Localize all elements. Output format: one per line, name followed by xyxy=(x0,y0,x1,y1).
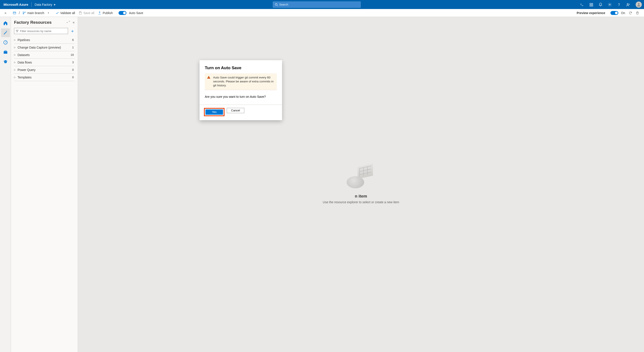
global-search-input[interactable] xyxy=(279,3,359,6)
tree-label: Power Query xyxy=(18,68,36,72)
toggle-on-icon[interactable] xyxy=(118,11,126,15)
chevron-right-icon: ▷ xyxy=(14,54,16,56)
topbar-icons xyxy=(578,0,642,9)
yes-button-highlight: Yes xyxy=(204,108,224,116)
preview-experience-toggle[interactable]: Preview experience On xyxy=(575,11,627,15)
autosave-label: Auto Save xyxy=(129,11,143,15)
tree-label: Templates xyxy=(18,76,32,79)
feedback-icon[interactable] xyxy=(624,0,632,9)
trash-icon xyxy=(636,11,639,15)
branch-label: main branch xyxy=(27,11,44,15)
chevron-down-icon: ▾ xyxy=(48,12,49,14)
autosave-toggle[interactable]: Auto Save xyxy=(117,11,145,15)
settings-icon[interactable] xyxy=(605,0,614,9)
tree-count: 6 xyxy=(72,38,75,42)
brand-label[interactable]: Microsoft Azure xyxy=(4,3,32,6)
global-search[interactable] xyxy=(273,2,361,8)
empty-title: n item xyxy=(355,194,367,198)
dialog-footer: Yes Cancel xyxy=(200,105,282,120)
factory-resources-panel: Factory Resources ⌄⌃ « ＋ ▷Pipelines 6 ▷C… xyxy=(11,17,78,352)
svg-rect-5 xyxy=(592,5,593,6)
svg-rect-3 xyxy=(592,3,593,5)
rail-manage[interactable] xyxy=(1,48,10,57)
tree-label: Data flows xyxy=(18,61,32,64)
filter-icon xyxy=(16,30,19,33)
validate-all-label: Validate all xyxy=(60,11,75,15)
refresh-icon xyxy=(629,11,632,15)
refresh-button[interactable] xyxy=(627,11,634,15)
svg-rect-4 xyxy=(590,5,591,6)
notifications-icon[interactable] xyxy=(596,0,605,9)
svg-point-11 xyxy=(23,12,24,12)
breadcrumb-service[interactable]: Data Factory xyxy=(35,3,52,6)
toolbox-icon xyxy=(3,50,8,55)
rail-author[interactable] xyxy=(1,28,10,37)
dialog-warning-text: Auto Save could trigger git commit every… xyxy=(213,76,274,87)
dialog-warning: Auto Save could trigger git commit every… xyxy=(205,73,277,90)
tree-count: 19 xyxy=(71,53,75,57)
chevron-right-icon: ▷ xyxy=(14,61,16,64)
publish-button[interactable]: Publish xyxy=(96,11,114,15)
empty-state: n item Use the resource explorer to sele… xyxy=(323,165,399,204)
repo-icon xyxy=(13,11,16,15)
branch-selector[interactable]: main branch ▾ xyxy=(21,11,50,15)
directories-icon[interactable] xyxy=(587,0,596,9)
save-icon xyxy=(78,11,82,15)
tree-item-pipelines[interactable]: ▷Pipelines 6 xyxy=(14,36,75,44)
empty-state-illustration xyxy=(346,165,375,189)
tree-item-powerquery[interactable]: ▷Power Query 0 xyxy=(14,66,75,74)
tree-item-templates[interactable]: ▷Templates 0 xyxy=(14,74,75,81)
user-avatar[interactable] xyxy=(636,2,642,8)
authoring-canvas: n item Use the resource explorer to sele… xyxy=(78,17,644,352)
authoring-toolbar: » / main branch ▾ Validate all Save all … xyxy=(0,9,644,17)
add-resource-button[interactable]: ＋ xyxy=(70,28,75,34)
expand-collapse-icon[interactable]: ⌄⌃ xyxy=(66,21,70,24)
svg-point-6 xyxy=(609,4,610,5)
rail-home[interactable] xyxy=(1,19,10,28)
save-all-label: Save all xyxy=(84,11,94,15)
discard-button[interactable] xyxy=(634,11,641,15)
filter-input-wrapper[interactable] xyxy=(14,28,68,34)
svg-rect-16 xyxy=(4,51,7,54)
chevron-right-icon: ▷ xyxy=(14,69,16,71)
cancel-button[interactable]: Cancel xyxy=(227,108,244,113)
tree-item-cdc[interactable]: ▷Change Data Capture (preview) 1 xyxy=(14,44,75,51)
svg-point-8 xyxy=(627,3,628,5)
breadcrumb-separator: / xyxy=(18,11,21,15)
collapse-panel-icon[interactable]: « xyxy=(73,21,75,24)
help-icon[interactable] xyxy=(614,0,623,9)
toggle-on-icon[interactable] xyxy=(610,11,618,15)
gauge-icon xyxy=(3,40,8,45)
yes-button[interactable]: Yes xyxy=(206,109,223,115)
tree-item-datasets[interactable]: ▷Datasets 19 xyxy=(14,51,75,59)
publish-label: Publish xyxy=(103,11,113,15)
svg-point-12 xyxy=(25,12,26,12)
branch-icon xyxy=(22,11,26,15)
empty-subtitle: Use the resource explorer to select or c… xyxy=(323,200,399,204)
tree-item-dataflows[interactable]: ▷Data flows 3 xyxy=(14,59,75,66)
tree-count: 3 xyxy=(72,61,75,64)
tree-label: Change Data Capture (preview) xyxy=(18,46,61,49)
filter-input[interactable] xyxy=(20,30,66,33)
search-icon xyxy=(275,3,278,6)
tree-count: 0 xyxy=(72,68,75,71)
svg-rect-10 xyxy=(13,12,16,14)
svg-line-1 xyxy=(277,5,278,6)
autosave-dialog: Turn on Auto Save Auto Save could trigge… xyxy=(200,60,282,120)
graduation-icon xyxy=(3,59,8,64)
checkmark-icon xyxy=(56,11,59,15)
rail-monitor[interactable] xyxy=(1,38,10,47)
chevron-right-icon: ▷ xyxy=(14,76,16,79)
tree-label: Pipelines xyxy=(18,38,30,42)
warning-icon xyxy=(207,76,210,79)
rail-learning[interactable] xyxy=(1,57,10,66)
collapse-rail-icon[interactable]: » xyxy=(0,11,11,15)
upload-icon xyxy=(98,11,102,15)
cloud-shell-icon[interactable] xyxy=(578,0,586,9)
validate-all-button[interactable]: Validate all xyxy=(54,11,77,15)
tree-count: 1 xyxy=(72,46,75,49)
chevron-right-icon: ▶ xyxy=(54,3,56,6)
repo-button[interactable] xyxy=(11,11,18,15)
breadcrumb[interactable]: Data Factory ▶ xyxy=(35,3,56,6)
svg-rect-2 xyxy=(590,3,591,5)
